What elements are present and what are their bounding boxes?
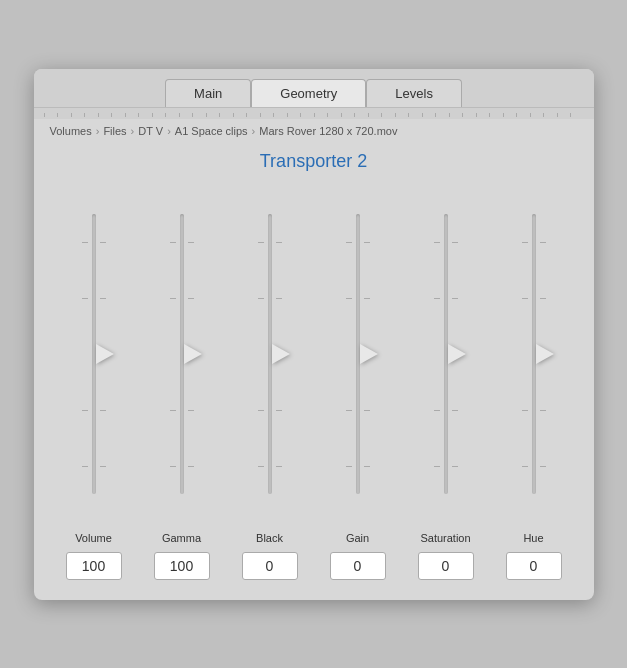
slider-track-volume: [92, 214, 96, 494]
values-row: [34, 548, 594, 580]
value-col-gain: [314, 552, 402, 580]
breadcrumb-sep: ›: [252, 125, 256, 137]
value-input-black[interactable]: [242, 552, 298, 580]
value-input-saturation[interactable]: [418, 552, 474, 580]
slider-column-gain: [314, 184, 402, 524]
slider-thumb-volume[interactable]: [96, 344, 114, 364]
breadcrumb-sep: ›: [167, 125, 171, 137]
value-col-saturation: [402, 552, 490, 580]
tab-levels[interactable]: Levels: [366, 79, 462, 107]
slider-track-container-gain: [314, 184, 402, 524]
breadcrumb-part: A1 Space clips: [175, 125, 248, 137]
value-col-gamma: [138, 552, 226, 580]
slider-track-container-black: [226, 184, 314, 524]
slider-track-gamma: [180, 214, 184, 494]
label-hue: Hue: [490, 532, 578, 544]
tab-geometry[interactable]: Geometry: [251, 79, 366, 107]
slider-track-gain: [356, 214, 360, 494]
breadcrumb-part: Volumes: [50, 125, 92, 137]
label-saturation: Saturation: [402, 532, 490, 544]
value-input-gain[interactable]: [330, 552, 386, 580]
slider-track-container-saturation: [402, 184, 490, 524]
slider-column-gamma: [138, 184, 226, 524]
app-window: Main Geometry Levels Volumes › Files › D…: [34, 69, 594, 600]
labels-row: VolumeGammaBlackGainSaturationHue: [34, 524, 594, 548]
label-gamma: Gamma: [138, 532, 226, 544]
value-col-volume: [50, 552, 138, 580]
slider-column-hue: [490, 184, 578, 524]
breadcrumb-sep: ›: [131, 125, 135, 137]
slider-track-black: [268, 214, 272, 494]
slider-track-saturation: [444, 214, 448, 494]
label-gain: Gain: [314, 532, 402, 544]
value-col-black: [226, 552, 314, 580]
tab-main[interactable]: Main: [165, 79, 251, 107]
breadcrumb-sep: ›: [96, 125, 100, 137]
value-input-gamma[interactable]: [154, 552, 210, 580]
slider-thumb-saturation[interactable]: [448, 344, 466, 364]
tick-marks: [44, 109, 584, 117]
slider-column-saturation: [402, 184, 490, 524]
clip-title: Transporter 2: [34, 143, 594, 184]
sliders-container: [34, 184, 594, 524]
breadcrumb-part: Files: [103, 125, 126, 137]
breadcrumb-part: Mars Rover 1280 x 720.mov: [259, 125, 397, 137]
slider-track-container-gamma: [138, 184, 226, 524]
breadcrumb-part: DT V: [138, 125, 163, 137]
slider-column-black: [226, 184, 314, 524]
slider-thumb-gain[interactable]: [360, 344, 378, 364]
tick-bar: [34, 107, 594, 119]
value-input-volume[interactable]: [66, 552, 122, 580]
slider-track-container-volume: [50, 184, 138, 524]
value-col-hue: [490, 552, 578, 580]
slider-track-container-hue: [490, 184, 578, 524]
tab-bar: Main Geometry Levels: [34, 69, 594, 107]
label-black: Black: [226, 532, 314, 544]
slider-track-hue: [532, 214, 536, 494]
value-input-hue[interactable]: [506, 552, 562, 580]
slider-thumb-hue[interactable]: [536, 344, 554, 364]
slider-column-volume: [50, 184, 138, 524]
label-volume: Volume: [50, 532, 138, 544]
slider-thumb-black[interactable]: [272, 344, 290, 364]
slider-thumb-gamma[interactable]: [184, 344, 202, 364]
breadcrumb: Volumes › Files › DT V › A1 Space clips …: [34, 119, 594, 143]
